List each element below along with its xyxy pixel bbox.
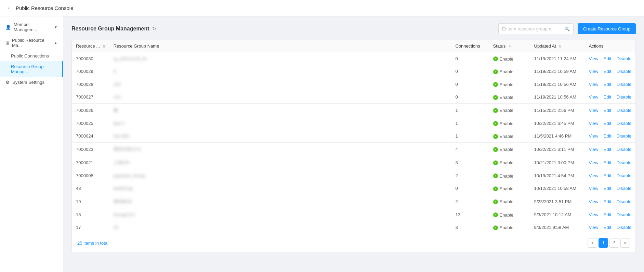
cell-resource-id-13: 17 <box>72 221 109 234</box>
chevron-down-icon: ▼ <box>54 25 57 29</box>
user-icon: 👤 <box>5 25 11 30</box>
cell-resource-name-2: 222 <box>109 78 451 91</box>
sidebar-item-public-resource[interactable]: ⊞ Public Resource Ma... ▲ <box>0 35 63 51</box>
view-link-5[interactable]: View <box>589 121 599 126</box>
cell-status-13: Enable <box>489 221 530 234</box>
disable-link-11[interactable]: Disable <box>617 199 631 204</box>
pagination: < 1 2 > <box>588 238 630 248</box>
edit-link-8[interactable]: Edit <box>604 160 611 165</box>
status-dot-9 <box>493 173 498 178</box>
col-header-updated-at[interactable]: Updated At ⇅ <box>530 40 585 52</box>
status-dot-12 <box>493 212 498 217</box>
create-resource-group-button[interactable]: Create Resource Group <box>578 23 636 34</box>
pagination-prev-button[interactable]: < <box>588 238 597 248</box>
cell-resource-id-4: 7000026 <box>72 104 109 117</box>
cell-actions-6: View | Edit | Disable <box>585 130 636 143</box>
disable-link-13[interactable]: Disable <box>617 225 631 230</box>
cell-connections-12: 13 <box>451 208 489 221</box>
view-link-1[interactable]: View <box>589 69 599 74</box>
view-link-11[interactable]: View <box>589 199 599 204</box>
sidebar-item-public-connections[interactable]: Public Connections <box>0 51 63 61</box>
cell-actions-12: View | Edit | Disable <box>585 208 636 221</box>
disable-link-5[interactable]: Disable <box>617 121 631 126</box>
edit-link-13[interactable]: Edit <box>604 225 611 230</box>
view-link-12[interactable]: View <box>589 212 599 217</box>
table-row: 7000027 111 0 Enable 11/19/2021 10:56 AM… <box>72 91 635 104</box>
resource-name-text-1: tt <box>114 69 116 74</box>
edit-link-0[interactable]: Edit <box>604 56 611 61</box>
view-link-0[interactable]: View <box>589 56 599 61</box>
sidebar-item-resource-group-management[interactable]: Resource Group Manag... <box>0 61 63 77</box>
edit-link-5[interactable]: Edit <box>604 121 611 126</box>
table-row: 7000028 222 0 Enable 11/19/2021 10:56 AM… <box>72 78 635 91</box>
disable-link-12[interactable]: Disable <box>617 212 631 217</box>
total-count: 25 items in total <box>77 241 108 246</box>
view-link-8[interactable]: View <box>589 160 599 165</box>
disable-link-4[interactable]: Disable <box>617 108 631 113</box>
resource-name-text-0: rg_20211119_01 <box>114 56 147 61</box>
cell-resource-id-10: 43 <box>72 182 109 195</box>
sort-updated-icon: ⇅ <box>558 44 561 48</box>
resource-name-text-12: GroupCCC <box>114 212 135 217</box>
view-link-13[interactable]: View <box>589 225 599 230</box>
edit-link-12[interactable]: Edit <box>604 212 611 217</box>
sidebar-item-member-management[interactable]: 👤 Member Managem... ▼ <box>0 19 63 35</box>
cell-connections-11: 2 <box>451 195 489 208</box>
edit-link-6[interactable]: Edit <box>604 133 611 139</box>
edit-link-1[interactable]: Edit <box>604 69 611 74</box>
disable-link-9[interactable]: Disable <box>617 173 631 178</box>
status-text-7: Enable <box>500 147 513 152</box>
cell-actions-4: View | Edit | Disable <box>585 104 636 117</box>
main-content: Resource Group Management ↻ 🔍 Create Res… <box>63 16 644 272</box>
disable-link-1[interactable]: Disable <box>617 69 631 74</box>
cell-status-6: Enable <box>489 130 530 143</box>
edit-link-3[interactable]: Edit <box>604 94 611 100</box>
cell-status-11: Enable <box>489 195 530 208</box>
view-link-6[interactable]: View <box>589 133 599 139</box>
table-row: 7000030 rg_20211119_01 0 Enable 11/19/20… <box>72 52 635 65</box>
disable-link-10[interactable]: Disable <box>617 186 631 191</box>
edit-link-11[interactable]: Edit <box>604 199 611 204</box>
edit-link-4[interactable]: Edit <box>604 108 611 113</box>
disable-link-0[interactable]: Disable <box>617 56 631 61</box>
view-link-9[interactable]: View <box>589 173 599 178</box>
edit-link-10[interactable]: Edit <box>604 186 611 191</box>
view-link-4[interactable]: View <box>589 108 599 113</box>
cell-connections-3: 0 <box>451 91 489 104</box>
status-text-12: Enable <box>500 212 513 218</box>
back-button[interactable]: ← Public Resource Console <box>7 4 73 12</box>
view-link-3[interactable]: View <box>589 94 599 100</box>
disable-link-2[interactable]: Disable <box>617 82 631 87</box>
cell-resource-id-7: 7000023 <box>72 143 109 156</box>
resource-name-text-8: 上海101 <box>114 160 130 165</box>
pagination-page-2-button[interactable]: 2 <box>609 238 619 248</box>
cell-resource-id-5: 7000025 <box>72 117 109 130</box>
disable-link-8[interactable]: Disable <box>617 160 631 165</box>
pagination-next-button[interactable]: > <box>620 238 630 248</box>
refresh-icon[interactable]: ↻ <box>152 26 156 31</box>
sidebar-item-system-settings[interactable]: ⚙ System Settings <box>0 77 63 88</box>
view-link-2[interactable]: View <box>589 82 599 87</box>
view-link-10[interactable]: View <box>589 186 599 191</box>
status-text-3: Enable <box>500 95 513 100</box>
col-header-actions: Actions <box>585 40 636 52</box>
col-header-status[interactable]: Status ▼ <box>489 40 530 52</box>
edit-link-7[interactable]: Edit <box>604 147 611 152</box>
edit-link-9[interactable]: Edit <box>604 173 611 178</box>
disable-link-3[interactable]: Disable <box>617 94 631 100</box>
col-header-resource-id[interactable]: Resource ... ⇅ <box>72 40 109 52</box>
status-text-4: Enable <box>500 108 513 113</box>
cell-status-9: Enable <box>489 169 530 182</box>
search-input[interactable] <box>502 26 564 31</box>
pagination-page-1-button[interactable]: 1 <box>599 238 608 248</box>
disable-link-6[interactable]: Disable <box>617 133 631 139</box>
cell-resource-id-9: 7000008 <box>72 169 109 182</box>
disable-link-7[interactable]: Disable <box>617 147 631 152</box>
table-row: 18 GroupCCC 13 Enable 9/3/2021 10:12 AM … <box>72 208 635 221</box>
view-link-7[interactable]: View <box>589 147 599 152</box>
edit-link-2[interactable]: Edit <box>604 82 611 87</box>
status-dot-8 <box>493 160 498 165</box>
cell-connections-5: 1 <box>451 117 489 130</box>
status-text-9: Enable <box>500 173 513 179</box>
cell-actions-13: View | Edit | Disable <box>585 221 636 234</box>
